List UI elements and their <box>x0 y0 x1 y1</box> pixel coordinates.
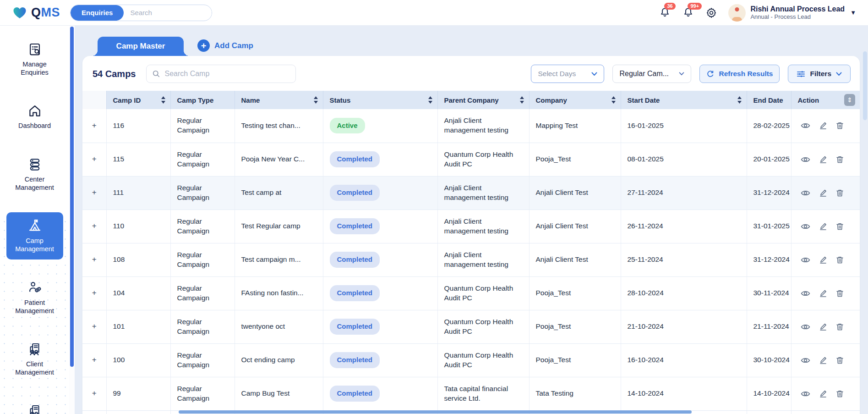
camp-type-filter-label: Regular Cam... <box>619 70 669 78</box>
view-button[interactable] <box>801 189 810 197</box>
edit-button[interactable] <box>819 189 827 197</box>
edit-button[interactable] <box>819 121 827 130</box>
camp-search-input[interactable] <box>165 70 290 78</box>
col-company[interactable]: Company <box>529 91 621 109</box>
row-expand-button[interactable]: + <box>82 377 106 410</box>
delete-button[interactable] <box>836 289 844 298</box>
edit-button[interactable] <box>819 390 827 398</box>
status-badge: Completed <box>330 185 380 200</box>
row-expand-button[interactable]: + <box>82 109 106 143</box>
camps-table: Camp ID Camp Type Name Status Parent Com… <box>82 91 860 414</box>
sidebar-item-center-management[interactable]: Center Management <box>6 151 63 198</box>
edit-button[interactable] <box>819 222 827 231</box>
eye-icon <box>801 390 810 398</box>
dashboard-icon <box>27 103 43 119</box>
horizontal-scrollbar-thumb[interactable] <box>179 410 692 414</box>
edit-button[interactable] <box>819 289 827 298</box>
col-start-date[interactable]: Start Date <box>621 91 747 109</box>
row-expand-button[interactable]: + <box>82 176 106 210</box>
row-expand-button[interactable]: + <box>82 310 106 343</box>
delete-button[interactable] <box>836 189 844 197</box>
view-button[interactable] <box>801 390 810 398</box>
page-scrollbar-thumb[interactable] <box>863 51 867 120</box>
trash-icon <box>836 289 844 298</box>
col-status[interactable]: Status <box>323 91 437 109</box>
sort-icon[interactable] <box>611 96 616 104</box>
search-icon <box>152 70 160 78</box>
delete-button[interactable] <box>836 390 844 398</box>
delete-button[interactable] <box>836 356 844 364</box>
delete-button[interactable] <box>836 256 844 264</box>
delete-button[interactable] <box>836 121 844 130</box>
cell-parent-company: Anjali Client management testing <box>437 109 529 143</box>
pencil-icon <box>819 256 827 264</box>
pencil-icon <box>819 390 827 398</box>
notifications-bell-1[interactable]: 36 <box>659 6 671 19</box>
col-camp-id[interactable]: Camp ID <box>106 91 170 109</box>
camps-count: 54 Camps <box>93 69 136 79</box>
eye-icon <box>801 323 810 331</box>
sort-icon[interactable] <box>519 96 524 104</box>
delete-button[interactable] <box>836 323 844 331</box>
filters-label: Filters <box>810 70 831 78</box>
settings-gear-icon[interactable] <box>705 7 717 19</box>
sort-icon[interactable] <box>737 96 742 104</box>
col-name[interactable]: Name <box>235 91 323 109</box>
user-menu[interactable]: Rishi Annual Process Lead Annual - Proce… <box>728 4 856 22</box>
global-search-input[interactable] <box>124 9 212 17</box>
eye-icon <box>801 155 810 164</box>
cell-status: Completed <box>323 276 437 310</box>
column-resize-button[interactable]: ⇕ <box>844 94 855 106</box>
col-parent-company[interactable]: Parent Company <box>437 91 529 109</box>
sidebar-item-reports[interactable]: Reports <box>6 397 63 414</box>
sort-icon[interactable] <box>428 96 433 104</box>
row-expand-button[interactable]: + <box>82 343 106 377</box>
sort-icon[interactable] <box>313 96 318 104</box>
edit-button[interactable] <box>819 356 827 364</box>
edit-button[interactable] <box>819 323 827 331</box>
camp-type-dropdown[interactable]: Regular Cam... <box>612 65 691 83</box>
row-expand-button[interactable] <box>82 410 106 414</box>
row-expand-button[interactable]: + <box>82 276 106 310</box>
row-expand-button[interactable]: + <box>82 210 106 243</box>
view-button[interactable] <box>801 256 810 264</box>
sidebar-item-client-management[interactable]: Client Management <box>6 336 63 382</box>
row-expand-button[interactable]: + <box>82 243 106 276</box>
select-days-dropdown[interactable]: Select Days <box>531 65 604 83</box>
trash-icon <box>836 323 844 331</box>
row-expand-button[interactable]: + <box>82 143 106 176</box>
sidebar: Manage Enquiries Dashboard Center Manage… <box>0 26 69 414</box>
view-button[interactable] <box>801 222 810 231</box>
cell-end-date <box>747 410 791 414</box>
col-expander <box>82 91 106 109</box>
filters-button[interactable]: Filters <box>788 65 851 83</box>
sidebar-item-dashboard[interactable]: Dashboard <box>6 97 63 136</box>
camps-table-wrap: Camp ID Camp Type Name Status Parent Com… <box>82 91 860 414</box>
cell-action <box>791 109 860 143</box>
add-camp-button[interactable]: + Add Camp <box>197 39 253 52</box>
sidebar-item-camp-management[interactable]: Camp Management <box>6 212 63 259</box>
cell-status: Completed <box>323 176 437 210</box>
sidebar-item-manage-enquiries[interactable]: Manage Enquiries <box>6 36 63 83</box>
enquiries-button[interactable]: Enquiries <box>71 5 124 21</box>
notifications-bell-2[interactable]: 99+ <box>682 6 694 19</box>
filters-icon <box>797 70 805 78</box>
refresh-results-button[interactable]: Refresh Results <box>699 65 780 83</box>
view-button[interactable] <box>801 121 810 130</box>
view-button[interactable] <box>801 323 810 331</box>
cell-company: Anjali Client Test <box>529 176 621 210</box>
sort-icon[interactable] <box>161 96 166 104</box>
tab-camp-master[interactable]: Camp Master <box>98 37 184 56</box>
sidebar-item-patient-management[interactable]: Patient Management <box>6 274 63 321</box>
sidebar-scrollbar-thumb[interactable] <box>70 27 74 367</box>
delete-button[interactable] <box>836 155 844 164</box>
view-button[interactable] <box>801 155 810 164</box>
delete-button[interactable] <box>836 222 844 231</box>
edit-button[interactable] <box>819 155 827 164</box>
view-button[interactable] <box>801 289 810 298</box>
view-button[interactable] <box>801 356 810 364</box>
enquiries-icon <box>27 42 43 57</box>
camp-icon <box>27 218 43 234</box>
pencil-icon <box>819 222 827 231</box>
edit-button[interactable] <box>819 256 827 264</box>
